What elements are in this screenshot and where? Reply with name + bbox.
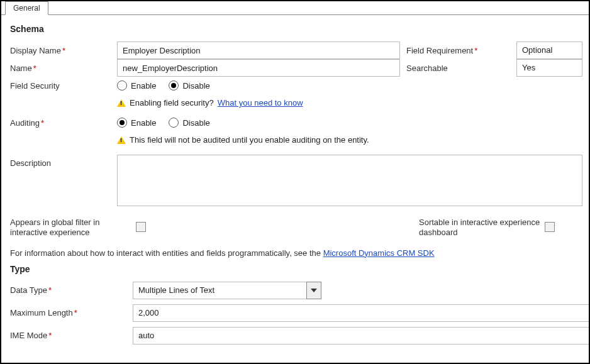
name-label: Name*: [10, 60, 111, 77]
warning-icon: [117, 136, 126, 144]
auditing-warn-text: This field will not be audited until you…: [130, 135, 369, 145]
name-input[interactable]: [117, 59, 400, 77]
tab-general[interactable]: General: [5, 1, 48, 15]
data-type-select[interactable]: Multiple Lines of Text: [133, 282, 321, 299]
field-requirement-select[interactable]: Optional: [516, 41, 582, 59]
display-name-input[interactable]: [117, 41, 400, 59]
ime-mode-label: IME Mode*: [10, 327, 126, 344]
display-name-label: Display Name*: [10, 42, 111, 59]
field-security-label: Field Security: [10, 77, 111, 94]
radio-icon-selected: [169, 80, 179, 91]
info-text: For information about how to interact wi…: [10, 248, 582, 258]
tab-row: General: [1, 1, 589, 15]
ime-mode-select[interactable]: auto: [133, 327, 590, 345]
sortable-checkbox[interactable]: [545, 222, 555, 232]
max-length-input[interactable]: [133, 304, 590, 322]
field-security-warn-text: Enabling field security?: [130, 98, 214, 108]
radio-icon: [169, 118, 179, 128]
searchable-select[interactable]: Yes: [516, 59, 582, 77]
field-security-enable-radio[interactable]: Enable: [117, 80, 156, 91]
searchable-label: Searchable: [406, 60, 510, 77]
appears-checkbox[interactable]: [136, 222, 146, 232]
content-panel: Schema Display Name* Field Requirement* …: [1, 15, 589, 351]
description-label: Description: [10, 155, 111, 172]
appears-label: Appears in global filter in interactive …: [10, 218, 136, 238]
auditing-disable-radio[interactable]: Disable: [169, 118, 209, 128]
chevron-down-icon: [311, 289, 317, 292]
type-heading: Type: [10, 264, 582, 274]
radio-icon: [117, 80, 127, 91]
schema-heading: Schema: [10, 24, 582, 34]
auditing-enable-radio[interactable]: Enable: [117, 118, 156, 128]
field-security-disable-radio[interactable]: Disable: [169, 80, 209, 91]
auditing-label: Auditing*: [10, 114, 111, 131]
data-type-dropdown-button[interactable]: [306, 282, 321, 299]
data-type-label: Data Type*: [10, 282, 126, 299]
warning-icon: [117, 99, 126, 107]
field-security-link[interactable]: What you need to know: [218, 98, 303, 108]
description-textarea[interactable]: [117, 155, 582, 206]
field-requirement-label: Field Requirement*: [406, 42, 510, 59]
sortable-label: Sortable in interactive experience dashb…: [419, 218, 545, 238]
max-length-label: Maximum Length*: [10, 304, 126, 321]
sdk-link[interactable]: Microsoft Dynamics CRM SDK: [323, 248, 435, 258]
radio-icon-selected: [117, 118, 127, 128]
